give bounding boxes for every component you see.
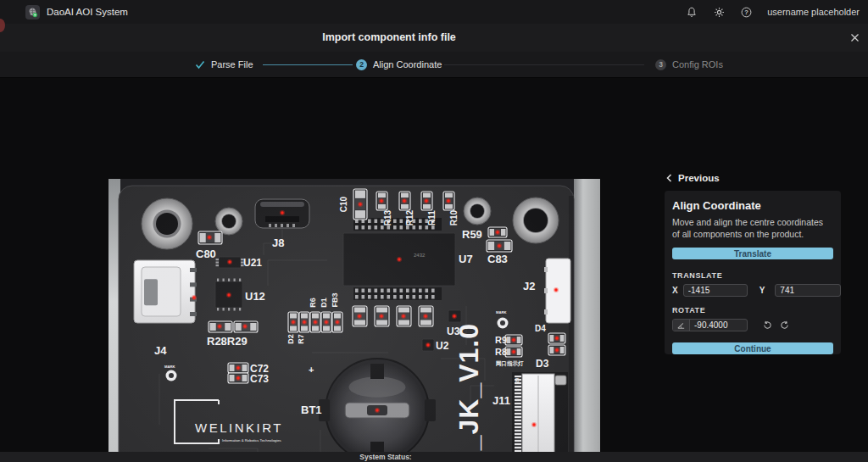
pcb-image: J8C80U21U12J4R28R29D2R7R6D1FB3C10R13R12R…	[108, 179, 600, 462]
dialog-body: J8C80U21U12J4R28R29D2R7R6D1FB3C10R13R12R…	[0, 78, 868, 452]
app-title: DaoAI AOI System	[47, 7, 128, 17]
angle-icon	[673, 320, 690, 331]
panel-heading: Align Coordinate	[672, 199, 833, 212]
status-label: System Status:	[359, 453, 411, 461]
pcb-photo-viewer[interactable]: J8C80U21U12J4R28R29D2R7R6D1FB3C10R13R12R…	[108, 179, 600, 462]
step-number-badge: 2	[356, 59, 367, 70]
check-icon	[195, 60, 205, 70]
previous-label: Previous	[678, 173, 720, 183]
svg-text:?: ?	[744, 8, 748, 16]
align-coordinate-panel: Align Coordinate Move and align the cent…	[665, 191, 841, 354]
close-icon[interactable]	[848, 31, 861, 44]
rotate-ccw-icon[interactable]	[762, 320, 773, 331]
continue-button[interactable]: Continue	[672, 342, 833, 354]
app-logo	[25, 5, 40, 19]
status-bar: System Status:	[0, 452, 868, 462]
step-align-coordinate[interactable]: 2 Align Coordinate	[356, 52, 442, 77]
translate-button[interactable]: Translate	[672, 248, 833, 259]
rotate-angle-input[interactable]: -90.4000	[690, 320, 747, 330]
panel-description: Move and align the centre coordinates of…	[672, 216, 828, 240]
chevron-left-icon	[666, 174, 672, 182]
rotate-cw-icon[interactable]	[779, 320, 790, 331]
dialog-title-bar: Import component info file	[0, 24, 868, 52]
notifications-bell-icon[interactable]	[686, 6, 698, 18]
step-label: Config ROIs	[672, 59, 723, 70]
help-icon[interactable]: ?	[740, 6, 752, 18]
previous-button[interactable]: Previous	[666, 173, 720, 183]
wizard-stepper: Parse File 2 Align Coordinate 3 Config R…	[0, 52, 868, 78]
brain-logo-icon	[27, 7, 38, 18]
stepper-line-done	[263, 64, 353, 66]
step-config-rois[interactable]: 3 Config ROIs	[655, 52, 723, 77]
translate-y-input[interactable]	[775, 284, 841, 297]
step-parse-file[interactable]: Parse File	[195, 52, 253, 77]
settings-gear-icon[interactable]	[713, 6, 725, 18]
dialog-title: Import component info file	[322, 31, 456, 43]
stepper-line-todo	[444, 64, 644, 66]
translate-x-input[interactable]	[683, 284, 748, 297]
rotate-section-label: ROTATE	[672, 306, 833, 314]
step-label: Align Coordinate	[373, 59, 442, 70]
top-app-bar: DaoAI AOI System ? username placeholder	[0, 0, 868, 24]
step-number-badge: 3	[655, 59, 666, 70]
step-label: Parse File	[211, 59, 253, 70]
rotate-input-group: -90.4000	[672, 319, 748, 331]
x-axis-label: X	[672, 286, 678, 295]
username-menu[interactable]: username placeholder	[767, 7, 860, 17]
translate-section-label: TRANSLATE	[672, 271, 833, 280]
y-axis-label: Y	[760, 286, 765, 295]
